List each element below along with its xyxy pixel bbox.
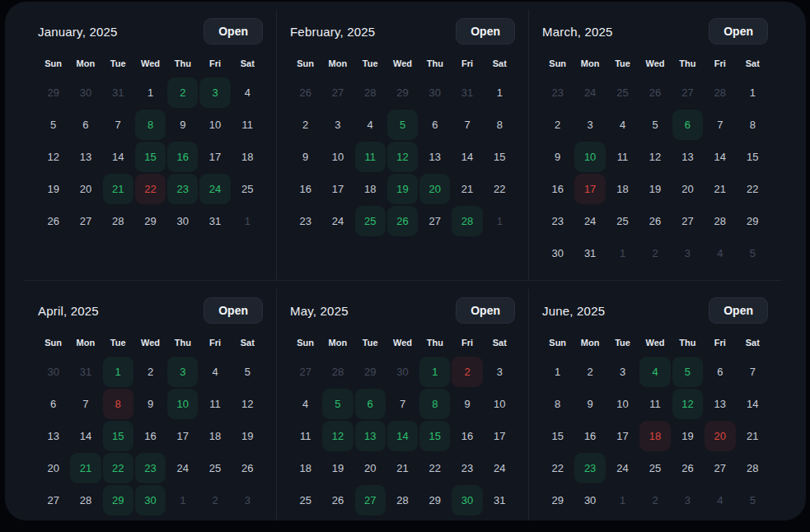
day-cell[interactable]: 27 bbox=[290, 357, 321, 387]
day-cell[interactable]: 27 bbox=[672, 206, 703, 236]
day-cell[interactable]: 10 bbox=[322, 142, 353, 172]
day-cell[interactable]: 26 bbox=[290, 77, 321, 108]
day-cell[interactable]: 15 bbox=[737, 142, 768, 172]
day-cell[interactable]: 1 bbox=[232, 206, 263, 236]
day-cell[interactable]: 6 bbox=[355, 389, 386, 419]
day-cell[interactable]: 1 bbox=[419, 357, 450, 387]
day-cell[interactable]: 13 bbox=[355, 421, 386, 451]
day-cell[interactable]: 4 bbox=[232, 77, 263, 108]
day-cell[interactable]: 22 bbox=[485, 174, 515, 204]
day-cell[interactable]: 29 bbox=[103, 485, 133, 516]
day-cell[interactable]: 7 bbox=[705, 110, 735, 140]
day-cell[interactable]: 2 bbox=[452, 357, 482, 387]
day-cell[interactable]: 17 bbox=[167, 421, 198, 451]
day-cell[interactable]: 14 bbox=[737, 389, 768, 419]
day-cell[interactable]: 15 bbox=[419, 421, 450, 451]
day-cell[interactable]: 3 bbox=[574, 110, 605, 140]
day-cell[interactable]: 30 bbox=[167, 206, 198, 236]
day-cell[interactable]: 14 bbox=[452, 142, 482, 172]
day-cell[interactable]: 24 bbox=[199, 174, 230, 204]
day-cell[interactable]: 16 bbox=[542, 174, 573, 204]
day-cell[interactable]: 26 bbox=[672, 453, 703, 483]
day-cell[interactable]: 5 bbox=[672, 357, 703, 387]
day-cell[interactable]: 23 bbox=[574, 453, 605, 483]
day-cell[interactable]: 27 bbox=[355, 485, 386, 516]
day-cell[interactable]: 27 bbox=[672, 77, 703, 108]
day-cell[interactable]: 8 bbox=[485, 110, 515, 140]
day-cell[interactable]: 16 bbox=[167, 142, 198, 172]
day-cell[interactable]: 25 bbox=[232, 174, 263, 204]
day-cell[interactable]: 26 bbox=[639, 206, 670, 236]
day-cell[interactable]: 30 bbox=[38, 357, 68, 387]
day-cell[interactable]: 1 bbox=[135, 77, 166, 108]
day-cell[interactable]: 15 bbox=[135, 142, 166, 172]
day-cell[interactable]: 15 bbox=[103, 421, 133, 451]
day-cell[interactable]: 11 bbox=[290, 421, 321, 451]
day-cell[interactable]: 24 bbox=[574, 77, 605, 108]
day-cell[interactable]: 30 bbox=[574, 485, 605, 516]
open-month-button[interactable]: Open bbox=[709, 18, 768, 44]
day-cell[interactable]: 28 bbox=[103, 206, 133, 236]
day-cell[interactable]: 5 bbox=[639, 110, 670, 140]
day-cell[interactable]: 10 bbox=[199, 110, 230, 140]
day-cell[interactable]: 13 bbox=[70, 142, 101, 172]
day-cell[interactable]: 21 bbox=[452, 174, 482, 204]
day-cell[interactable]: 21 bbox=[387, 453, 418, 483]
day-cell[interactable]: 3 bbox=[232, 485, 263, 516]
day-cell[interactable]: 8 bbox=[103, 389, 133, 419]
day-cell[interactable]: 2 bbox=[167, 77, 198, 108]
day-cell[interactable]: 23 bbox=[542, 77, 573, 108]
day-cell[interactable]: 19 bbox=[322, 453, 353, 483]
day-cell[interactable]: 7 bbox=[103, 110, 133, 140]
day-cell[interactable]: 6 bbox=[38, 389, 68, 419]
day-cell[interactable]: 28 bbox=[322, 357, 353, 387]
day-cell[interactable]: 28 bbox=[452, 206, 482, 236]
day-cell[interactable]: 9 bbox=[574, 389, 605, 419]
day-cell[interactable]: 6 bbox=[672, 110, 703, 140]
day-cell[interactable]: 14 bbox=[705, 142, 735, 172]
open-month-button[interactable]: Open bbox=[204, 18, 263, 44]
day-cell[interactable]: 13 bbox=[38, 421, 68, 451]
day-cell[interactable]: 22 bbox=[419, 453, 450, 483]
day-cell[interactable]: 30 bbox=[387, 357, 418, 387]
day-cell[interactable]: 1 bbox=[167, 485, 198, 516]
day-cell[interactable]: 8 bbox=[135, 110, 166, 140]
day-cell[interactable]: 29 bbox=[419, 485, 450, 516]
day-cell[interactable]: 8 bbox=[419, 389, 450, 419]
day-cell[interactable]: 7 bbox=[70, 389, 101, 419]
day-cell[interactable]: 2 bbox=[639, 485, 670, 516]
day-cell[interactable]: 19 bbox=[38, 174, 68, 204]
day-cell[interactable]: 13 bbox=[705, 389, 735, 419]
day-cell[interactable]: 12 bbox=[232, 389, 263, 419]
day-cell[interactable]: 5 bbox=[737, 238, 768, 268]
day-cell[interactable]: 15 bbox=[485, 142, 515, 172]
day-cell[interactable]: 2 bbox=[135, 357, 166, 387]
day-cell[interactable]: 1 bbox=[737, 77, 768, 108]
day-cell[interactable]: 25 bbox=[607, 206, 638, 236]
day-cell[interactable]: 28 bbox=[70, 485, 101, 516]
day-cell[interactable]: 24 bbox=[485, 453, 515, 483]
day-cell[interactable]: 11 bbox=[232, 110, 263, 140]
open-month-button[interactable]: Open bbox=[456, 18, 515, 44]
day-cell[interactable]: 28 bbox=[387, 485, 418, 516]
day-cell[interactable]: 12 bbox=[322, 421, 353, 451]
day-cell[interactable]: 30 bbox=[542, 238, 573, 268]
day-cell[interactable]: 23 bbox=[167, 174, 198, 204]
day-cell[interactable]: 7 bbox=[737, 357, 768, 387]
day-cell[interactable]: 24 bbox=[322, 206, 353, 236]
day-cell[interactable]: 5 bbox=[387, 110, 418, 140]
day-cell[interactable]: 1 bbox=[485, 77, 515, 108]
day-cell[interactable]: 31 bbox=[103, 77, 133, 108]
day-cell[interactable]: 10 bbox=[574, 142, 605, 172]
day-cell[interactable]: 14 bbox=[387, 421, 418, 451]
day-cell[interactable]: 5 bbox=[322, 389, 353, 419]
day-cell[interactable]: 29 bbox=[355, 357, 386, 387]
day-cell[interactable]: 20 bbox=[355, 453, 386, 483]
day-cell[interactable]: 3 bbox=[167, 357, 198, 387]
day-cell[interactable]: 25 bbox=[290, 485, 321, 516]
day-cell[interactable]: 1 bbox=[103, 357, 133, 387]
day-cell[interactable]: 13 bbox=[419, 142, 450, 172]
day-cell[interactable]: 11 bbox=[199, 389, 230, 419]
day-cell[interactable]: 18 bbox=[199, 421, 230, 451]
day-cell[interactable]: 27 bbox=[705, 453, 735, 483]
